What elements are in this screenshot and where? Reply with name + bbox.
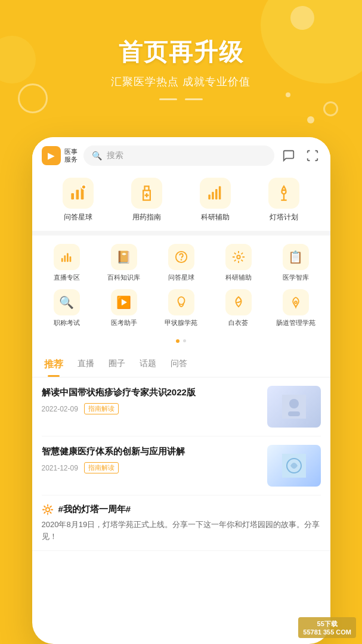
scan-icon[interactable] bbox=[304, 147, 321, 164]
nav-item-dengta[interactable]: 灯塔计划 bbox=[268, 178, 299, 222]
secondary-grid: 直播专区 📔 百科知识库 问答星球 bbox=[32, 236, 330, 352]
search-bar: ▶ 医事 服务 🔍 搜索 bbox=[32, 137, 330, 172]
grid-label-zhibo: 直播专区 bbox=[54, 273, 80, 282]
search-action-icons bbox=[280, 147, 321, 164]
grid-row-2: 🔍 职称考试 ▶️ 医考助手 甲状腺学苑 bbox=[38, 289, 324, 327]
nav-label-wendaxingqiu: 问答星球 bbox=[64, 212, 92, 222]
tab-topic[interactable]: 话题 bbox=[140, 358, 156, 377]
grid-label-yikao: 医考助手 bbox=[111, 318, 137, 327]
nav-icon-keyuan bbox=[200, 178, 231, 209]
svg-rect-9 bbox=[219, 186, 221, 199]
grid-item-wenda[interactable]: 问答星球 bbox=[157, 244, 205, 282]
grid-label-baike: 百科知识库 bbox=[107, 273, 140, 282]
grid-item-yikao[interactable]: ▶️ 医考助手 bbox=[100, 289, 148, 327]
hero-section: 首页再升级 汇聚医学热点 成就专业价值 bbox=[0, 0, 362, 125]
grid-icon-yikao: ▶️ bbox=[111, 289, 137, 315]
article-title-2: 智慧健康医疗体系的创新与应用讲解 bbox=[42, 445, 260, 457]
svg-rect-22 bbox=[288, 411, 300, 416]
grid-label-changdao: 肠道管理学苑 bbox=[276, 318, 315, 327]
grid-label-yixue: 医学智库 bbox=[283, 273, 309, 282]
grid-item-baike[interactable]: 📔 百科知识库 bbox=[100, 244, 148, 282]
article-date-1: 2022-02-09 bbox=[42, 405, 78, 413]
tab-circle[interactable]: 圈子 bbox=[109, 358, 125, 377]
grid-icon-zhibo bbox=[54, 244, 80, 270]
grid-icon-baike: 📔 bbox=[111, 244, 137, 270]
search-placeholder-text: 搜索 bbox=[107, 150, 123, 161]
svg-rect-8 bbox=[215, 189, 218, 200]
grid-label-zhicheng: 职称考试 bbox=[54, 318, 80, 327]
nav-item-keyuan[interactable]: 科研辅助 bbox=[200, 178, 231, 222]
grid-item-keyuan2[interactable]: 科研辅助 bbox=[215, 244, 262, 282]
article-title-1: 解读中国带状疱疹诊疗专家共识2022版 bbox=[42, 386, 260, 398]
article-item-2[interactable]: 智慧健康医疗体系的创新与应用讲解 2021-12-09 指南解读 bbox=[42, 436, 321, 496]
logo-area: ▶ 医事 服务 bbox=[42, 146, 78, 165]
grid-icon-yixue: 📋 bbox=[283, 244, 309, 270]
svg-rect-7 bbox=[212, 192, 214, 200]
topic-icon: 🔆 bbox=[42, 504, 54, 515]
content-list: 解读中国带状疱疹诊疗专家共识2022版 2022-02-09 指南解读 bbox=[32, 377, 330, 496]
grid-icon-baiyihui bbox=[225, 289, 252, 315]
grid-item-zhicheng[interactable]: 🔍 职称考试 bbox=[43, 289, 91, 327]
nav-label-dengta: 灯塔计划 bbox=[270, 212, 298, 222]
grid-item-yixue[interactable]: 📋 医学智库 bbox=[272, 244, 320, 282]
hero-title: 首页再升级 bbox=[12, 36, 350, 69]
grid-icon-keyuan2 bbox=[225, 244, 252, 270]
topic-item[interactable]: 🔆 #我的灯塔一周年# 2020年8月19日，灯塔学苑正式上线。分享一下这一年你… bbox=[32, 496, 330, 551]
tabs-bar: 推荐 直播 圈子 话题 问答 bbox=[32, 352, 330, 377]
grid-item-changdao[interactable]: 肠道管理学苑 bbox=[272, 289, 320, 327]
grid-item-zhibo[interactable]: 直播专区 bbox=[43, 244, 91, 282]
nav-icon-wendaxingqiu bbox=[63, 178, 94, 209]
svg-rect-13 bbox=[64, 255, 66, 262]
watermark-line2: 55781 355 COM bbox=[303, 628, 351, 636]
svg-point-3 bbox=[82, 185, 86, 189]
article-text-1: 解读中国带状疱疹诊疗专家共识2022版 2022-02-09 指南解读 bbox=[42, 386, 260, 414]
tab-live[interactable]: 直播 bbox=[78, 358, 94, 377]
article-tag-1: 指南解读 bbox=[84, 403, 119, 414]
grid-icon-changdao bbox=[283, 289, 309, 315]
grid-item-jiazhuang[interactable]: 甲状腺学苑 bbox=[157, 289, 205, 327]
nav-item-yongyao[interactable]: 用药指南 bbox=[131, 178, 162, 222]
article-tag-2: 指南解读 bbox=[84, 462, 119, 473]
watermark: 55下载 55781 355 COM bbox=[298, 617, 356, 638]
dot-inactive-1 bbox=[183, 339, 186, 342]
nav-item-wendaxingqiu[interactable]: 问答星球 bbox=[63, 178, 94, 222]
article-meta-2: 2021-12-09 指南解读 bbox=[42, 462, 260, 473]
grid-row-1: 直播专区 📔 百科知识库 问答星球 bbox=[38, 244, 324, 282]
topic-header: 🔆 #我的灯塔一周年# bbox=[42, 504, 321, 515]
dot-active bbox=[176, 339, 180, 343]
grid-icon-wenda bbox=[168, 244, 194, 270]
message-icon[interactable] bbox=[280, 147, 297, 164]
thumb-tech-1 bbox=[267, 445, 321, 487]
thumb-medical-1 bbox=[267, 386, 321, 428]
svg-rect-6 bbox=[208, 194, 211, 199]
grid-label-keyuan2: 科研辅助 bbox=[225, 273, 252, 282]
logo-text: 医事 服务 bbox=[64, 148, 78, 163]
app-logo-icon: ▶ bbox=[42, 146, 61, 165]
grid-icon-zhicheng: 🔍 bbox=[54, 289, 80, 315]
pagination-dots bbox=[38, 335, 324, 346]
deco-line-1 bbox=[159, 98, 177, 100]
topic-desc: 2020年8月19日，灯塔学苑正式上线。分享一下这一年你和灯塔园园的故事。分享见… bbox=[42, 519, 321, 542]
article-item-1[interactable]: 解读中国带状疱疹诊疗专家共识2022版 2022-02-09 指南解读 bbox=[42, 377, 321, 436]
svg-point-18 bbox=[237, 255, 240, 259]
svg-rect-12 bbox=[61, 258, 63, 262]
nav-label-yongyao: 用药指南 bbox=[132, 212, 161, 222]
svg-point-17 bbox=[181, 259, 181, 260]
grid-label-baiyihui: 白衣荟 bbox=[228, 318, 248, 327]
grid-label-jiazhuang: 甲状腺学苑 bbox=[165, 318, 197, 327]
svg-rect-14 bbox=[67, 253, 69, 262]
main-nav: 问答星球 用药指南 科研辅助 bbox=[32, 172, 330, 231]
article-meta-1: 2022-02-09 指南解读 bbox=[42, 403, 260, 414]
grid-item-baiyihui[interactable]: 白衣荟 bbox=[215, 289, 262, 327]
svg-rect-0 bbox=[71, 193, 74, 200]
article-thumb-2 bbox=[267, 445, 321, 487]
svg-rect-15 bbox=[69, 256, 71, 262]
tab-qa[interactable]: 问答 bbox=[171, 358, 187, 377]
divider-1 bbox=[32, 231, 330, 236]
watermark-line1: 55下载 bbox=[317, 620, 338, 628]
tab-recommend[interactable]: 推荐 bbox=[44, 358, 63, 377]
search-icon: 🔍 bbox=[92, 151, 102, 160]
nav-icon-dengta bbox=[268, 178, 299, 209]
search-input-area[interactable]: 🔍 搜索 bbox=[83, 145, 274, 166]
hero-subtitle: 汇聚医学热点 成就专业价值 bbox=[12, 75, 350, 89]
